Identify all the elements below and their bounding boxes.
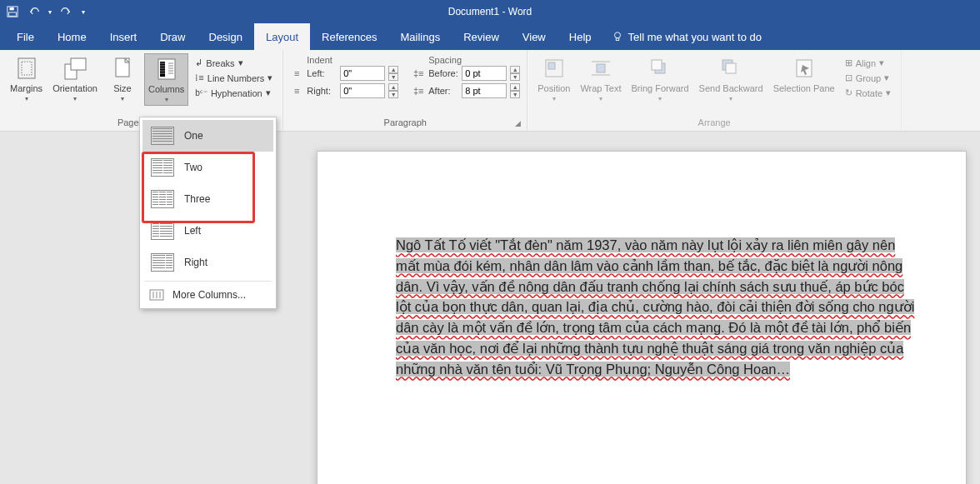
ribbon-tabs: File Home Insert Draw Design Layout Refe… (0, 23, 980, 50)
breaks-icon: ↲ (195, 57, 202, 68)
tell-me-label: Tell me what you want to do (628, 31, 762, 43)
paragraph-dialog-launcher[interactable]: ◢ (515, 119, 525, 129)
svg-rect-2 (9, 12, 17, 16)
indent-right-label: Right: (307, 86, 337, 96)
svg-rect-24 (597, 64, 605, 72)
tab-design[interactable]: Design (198, 23, 254, 50)
columns-three[interactable]: Three (142, 183, 273, 215)
columns-left[interactable]: Left (142, 215, 273, 247)
hyphenation-icon: bᶜ⁻ (195, 88, 208, 97)
space-before-input[interactable] (462, 66, 507, 81)
indent-left-down[interactable]: ▼ (388, 73, 398, 81)
group-objects-button: ⊡Group ▾ (842, 72, 894, 84)
orientation-icon (62, 55, 88, 82)
dropdown-separator (144, 281, 272, 282)
tab-references[interactable]: References (310, 23, 388, 50)
columns-two[interactable]: Two (142, 152, 273, 183)
svg-rect-11 (160, 62, 165, 77)
columns-one[interactable]: One (142, 120, 273, 152)
columns-button[interactable]: Columns ▾ (144, 53, 188, 106)
tab-insert[interactable]: Insert (98, 23, 149, 50)
columns-more[interactable]: More Columns... (142, 284, 273, 306)
document-body-text[interactable]: Ngô Tất Tố viết "Tắt đèn" năm 1937, vào … (396, 237, 914, 377)
wrap-text-button: Wrap Text▾ (577, 53, 624, 104)
indent-right-input[interactable] (340, 83, 385, 98)
indent-right-down[interactable]: ▼ (388, 91, 398, 98)
undo-button[interactable] (25, 2, 43, 21)
title-bar: ▾ ▾ Document1 - Word (0, 0, 980, 23)
svg-rect-28 (652, 60, 662, 70)
line-numbers-button[interactable]: ⁞≡Line Numbers ▾ (192, 72, 276, 84)
chevron-down-icon: ▾ (25, 95, 28, 102)
orientation-button[interactable]: Orientation ▾ (49, 53, 101, 104)
svg-rect-6 (22, 62, 32, 75)
svg-rect-23 (548, 62, 555, 69)
svg-point-3 (614, 32, 620, 38)
selection-pane-button[interactable]: Selection Pane (770, 53, 838, 95)
selected-text[interactable]: Ngô Tất Tố viết "Tắt đèn" năm 1937, vào … (396, 235, 917, 379)
position-button: Position▾ (534, 53, 573, 104)
space-after-up[interactable]: ▲ (510, 83, 520, 91)
tab-draw[interactable]: Draw (148, 23, 197, 50)
indent-left-input[interactable] (340, 66, 385, 81)
indent-right-icon: ≡ (290, 86, 303, 96)
spacing-header: Spacing (412, 55, 520, 66)
bring-forward-button: Bring Forward▾ (628, 53, 692, 104)
group-label-arrange: Arrange (534, 117, 894, 129)
tab-home[interactable]: Home (46, 23, 98, 50)
space-after-label: After: (428, 86, 458, 96)
hyphenation-button[interactable]: bᶜ⁻Hyphenation ▾ (192, 87, 276, 99)
space-after-icon: ‡≡ (412, 86, 425, 96)
space-before-icon: ‡≡ (412, 68, 425, 78)
space-after-input[interactable] (462, 83, 507, 98)
space-before-up[interactable]: ▲ (510, 66, 520, 73)
document-page[interactable]: Ngô Tất Tố viết "Tắt đèn" năm 1937, vào … (317, 151, 967, 484)
redo-button[interactable] (57, 2, 75, 21)
tab-review[interactable]: Review (452, 23, 511, 50)
indent-left-icon: ≡ (290, 68, 303, 78)
indent-header: Indent (290, 55, 398, 66)
tell-me-search[interactable]: Tell me what you want to do (612, 23, 762, 50)
group-arrange: Position▾ Wrap Text▾ Bring Forward▾ Send… (528, 50, 902, 131)
tab-mailings[interactable]: Mailings (389, 23, 452, 50)
breaks-button[interactable]: ↲Breaks ▾ (192, 57, 276, 69)
group-paragraph: Indent ≡ Left: ▲▼ ≡ Right: ▲▼ Spacing ‡≡ (283, 50, 528, 131)
tab-view[interactable]: View (511, 23, 558, 50)
chevron-down-icon: ▾ (121, 95, 124, 102)
size-button[interactable]: Size ▾ (104, 53, 141, 104)
align-button: ⊞Align ▾ (842, 57, 894, 69)
save-button[interactable] (3, 2, 22, 21)
margins-button[interactable]: Margins ▾ (7, 53, 46, 104)
svg-rect-4 (616, 38, 619, 41)
size-icon (109, 55, 136, 82)
selection-pane-icon (791, 55, 818, 82)
send-backward-icon (718, 55, 744, 82)
wrap-icon (588, 55, 614, 82)
columns-icon (153, 56, 180, 82)
more-columns-icon (149, 289, 164, 301)
chevron-down-icon: ▾ (165, 96, 168, 103)
bulb-icon (612, 31, 623, 42)
space-after-down[interactable]: ▼ (510, 91, 520, 98)
group-icon: ⊡ (845, 72, 852, 83)
send-backward-button: Send Backward▾ (696, 53, 767, 104)
chevron-down-icon: ▾ (73, 95, 77, 102)
quick-access-toolbar: ▾ ▾ (0, 2, 90, 21)
qat-customize-caret[interactable]: ▾ (78, 8, 90, 16)
tab-layout[interactable]: Layout (254, 23, 310, 50)
indent-left-up[interactable]: ▲ (388, 66, 398, 73)
indent-left-label: Left: (307, 68, 337, 78)
bring-forward-icon (647, 55, 673, 82)
columns-right[interactable]: Right (142, 247, 273, 278)
space-before-down[interactable]: ▼ (510, 73, 520, 81)
position-icon (541, 55, 568, 82)
svg-rect-30 (726, 63, 736, 73)
margins-icon (13, 55, 40, 82)
undo-dropdown-caret[interactable]: ▾ (47, 8, 53, 16)
line-numbers-icon: ⁞≡ (195, 72, 203, 83)
columns-dropdown: One Two Three Left Right More Columns... (139, 117, 277, 309)
rotate-button: ↻Rotate ▾ (842, 87, 894, 99)
indent-right-up[interactable]: ▲ (388, 83, 398, 91)
tab-help[interactable]: Help (558, 23, 603, 50)
tab-file[interactable]: File (5, 23, 46, 50)
